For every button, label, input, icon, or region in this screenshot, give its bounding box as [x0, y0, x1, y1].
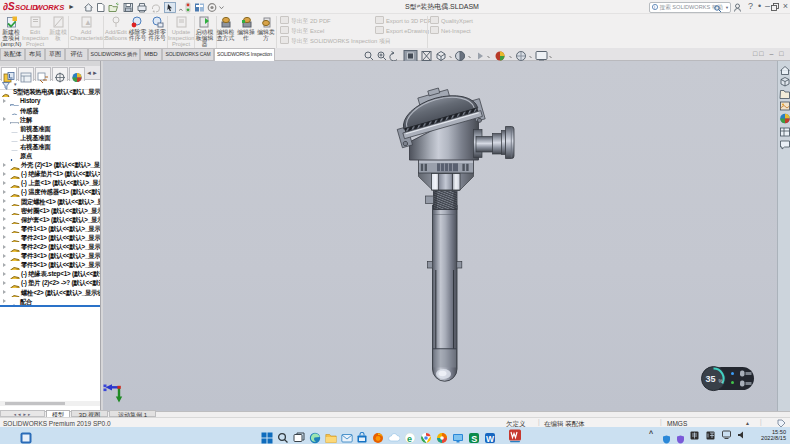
svg-text:i: i: [654, 5, 655, 10]
svg-text:e: e: [407, 433, 412, 443]
svg-text:▲: ▲: [84, 18, 92, 27]
svg-text:∂S: ∂S: [3, 1, 15, 12]
svg-text:W: W: [486, 433, 495, 443]
svg-text:35: 35: [706, 374, 716, 384]
svg-text:S: S: [471, 433, 477, 443]
svg-text:WORKS: WORKS: [36, 3, 65, 12]
svg-text:%: %: [719, 379, 723, 384]
